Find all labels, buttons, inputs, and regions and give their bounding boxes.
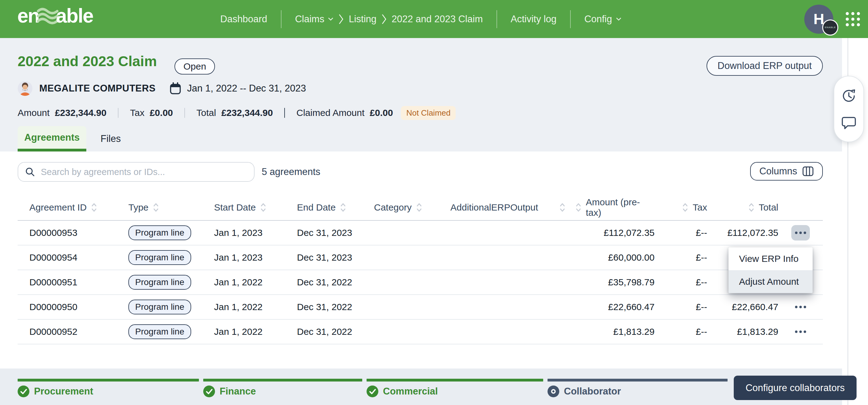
user-avatar[interactable]: H ENABLE xyxy=(804,5,833,34)
row-more-button[interactable] xyxy=(791,225,810,240)
amount-label: Amount xyxy=(18,108,50,118)
claimed-amount-value: £0.00 xyxy=(370,108,393,118)
agreements-panel: 5 agreements Columns Agreement ID Type S… xyxy=(0,151,842,369)
nav-config[interactable]: Config xyxy=(584,13,621,25)
chevron-down-icon xyxy=(328,17,334,21)
claim-summary-row: Amount £232,344.90 Tax £0.00 Total £232,… xyxy=(18,107,456,119)
agreement-id: D00000952 xyxy=(29,327,128,337)
search-input[interactable] xyxy=(40,167,247,177)
agreement-id: D00000953 xyxy=(29,228,128,238)
logo-text-left: en xyxy=(17,4,39,27)
column-header-end-date[interactable]: End Date xyxy=(297,202,374,213)
breadcrumb-chevron-icon xyxy=(381,13,387,25)
sort-icon xyxy=(91,203,97,212)
step-progress-bar xyxy=(18,379,199,381)
pending-icon xyxy=(548,385,559,397)
apps-grid-icon[interactable] xyxy=(846,12,860,26)
table-row[interactable]: D00000953 Program line Jan 1, 2023 Dec 3… xyxy=(18,221,823,245)
agreement-id: D00000954 xyxy=(29,252,128,263)
column-header-total[interactable]: Total xyxy=(707,202,778,213)
download-erp-output-button[interactable]: Download ERP output xyxy=(707,56,823,76)
type-badge: Program line xyxy=(128,225,191,240)
row-context-menu: View ERP Info Adjust Amount xyxy=(728,247,813,293)
company-name: MEGALITE COMPUTERS xyxy=(39,83,156,94)
step-procurement: Procurement xyxy=(18,379,199,397)
collaborators-footer: Procurement Finance Commercial Collabora… xyxy=(0,369,842,405)
total-label: Total xyxy=(196,108,216,118)
end-date: Dec 31, 2022 xyxy=(297,277,374,288)
header-right: H ENABLE xyxy=(804,0,860,38)
more-icon xyxy=(795,232,798,234)
check-icon xyxy=(367,385,378,397)
more-icon xyxy=(795,331,798,333)
table-row[interactable]: D00000954 Program line Jan 1, 2023 Dec 3… xyxy=(18,245,823,270)
nav-dashboard[interactable]: Dashboard xyxy=(220,13,267,25)
column-header-category[interactable]: Category xyxy=(374,202,451,213)
enable-logo[interactable]: en able xyxy=(17,4,93,28)
column-header-agreement-id[interactable]: Agreement ID xyxy=(29,202,128,213)
tax: £-- xyxy=(655,277,707,288)
configure-collaborators-button[interactable]: Configure collaborators xyxy=(734,376,857,400)
history-icon xyxy=(841,89,856,103)
menu-item-adjust-amount[interactable]: Adjust Amount xyxy=(728,270,813,293)
tax-label: Tax xyxy=(130,108,145,118)
tab-files[interactable]: Files xyxy=(86,126,135,151)
start-date: Jan 1, 2022 xyxy=(214,327,297,337)
total: £22,660.47 xyxy=(707,302,778,312)
total: £1,813.29 xyxy=(707,327,778,337)
nav-divider xyxy=(570,10,571,28)
chat-button[interactable] xyxy=(841,116,857,130)
org-badge: ENABLE xyxy=(822,20,838,36)
total: £112,072.35 xyxy=(707,228,778,238)
table-row[interactable]: D00000950 Program line Jan 1, 2022 Dec 3… xyxy=(18,295,823,320)
amount-value: £232,344.90 xyxy=(55,108,106,118)
amount-pre-tax: £35,798.79 xyxy=(576,277,655,288)
logo-waves-icon xyxy=(37,4,59,28)
columns-button[interactable]: Columns xyxy=(750,162,823,180)
start-date: Jan 1, 2022 xyxy=(214,277,297,288)
table-row[interactable]: D00000951 Program line Jan 1, 2022 Dec 3… xyxy=(18,270,823,295)
column-header-amount-pre-tax[interactable]: Amount (pre-tax) xyxy=(576,197,655,218)
step-commercial: Commercial xyxy=(367,379,543,397)
amount-pre-tax: £22,660.47 xyxy=(576,302,655,312)
check-icon xyxy=(203,385,215,397)
row-more-button[interactable] xyxy=(791,299,810,315)
total-value: £232,344.90 xyxy=(221,108,273,118)
nav-claims[interactable]: Claims xyxy=(295,13,334,25)
tab-agreements[interactable]: Agreements xyxy=(18,126,86,151)
calendar-icon xyxy=(170,82,181,95)
sort-icon xyxy=(340,203,346,212)
nav-divider xyxy=(281,10,281,28)
breadcrumb-current-claim[interactable]: 2022 and 2023 Claim xyxy=(392,13,483,25)
start-date: Jan 1, 2023 xyxy=(214,252,297,263)
sort-icon xyxy=(749,203,754,212)
tax: £-- xyxy=(655,327,707,337)
column-header-start-date[interactable]: Start Date xyxy=(214,202,297,213)
summary-divider xyxy=(184,108,185,118)
agreements-table: Agreement ID Type Start Date End Date Ca… xyxy=(18,195,823,344)
claim-date-range: Jan 1, 2022 -- Dec 31, 2023 xyxy=(187,83,306,94)
type-badge: Program line xyxy=(128,275,191,290)
approval-steps: Procurement Finance Commercial Collabora… xyxy=(18,379,727,397)
column-header-type[interactable]: Type xyxy=(128,202,214,213)
end-date: Dec 31, 2023 xyxy=(297,252,374,263)
chat-icon xyxy=(841,116,857,130)
menu-item-view-erp-info[interactable]: View ERP Info xyxy=(728,247,813,270)
nav-activity-log[interactable]: Activity log xyxy=(511,13,557,25)
summary-divider xyxy=(284,108,285,118)
agreements-count: 5 agreements xyxy=(262,162,320,182)
row-more-button[interactable] xyxy=(791,324,810,339)
column-header-additional-erp-output[interactable]: AdditionalERPOutput xyxy=(451,202,576,213)
end-date: Dec 31, 2022 xyxy=(297,327,374,337)
history-button[interactable] xyxy=(841,89,856,103)
nav-listing[interactable]: Listing xyxy=(349,13,376,25)
table-row[interactable]: D00000952 Program line Jan 1, 2022 Dec 3… xyxy=(18,320,823,344)
column-header-tax[interactable]: Tax xyxy=(655,202,707,213)
breadcrumb-chevron-icon xyxy=(338,13,344,25)
company-avatar xyxy=(18,81,32,96)
sort-icon xyxy=(153,203,159,212)
nav-divider xyxy=(496,10,497,28)
sort-icon xyxy=(682,203,688,212)
sort-icon xyxy=(560,203,565,212)
amount-pre-tax: £1,813.29 xyxy=(576,327,655,337)
